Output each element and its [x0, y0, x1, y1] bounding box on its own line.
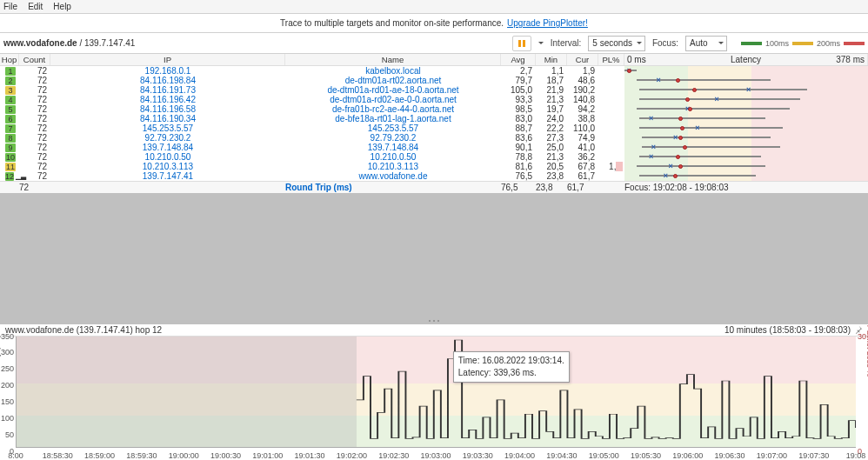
cell-name[interactable]: 139.7.148.84 — [368, 143, 418, 152]
lat-scale-max: 378 ms — [836, 55, 865, 64]
hop-badge: 5 — [5, 105, 16, 114]
cell-min: 1,1 — [536, 66, 567, 76]
col-min[interactable]: Min — [536, 54, 567, 65]
lat-bar — [639, 156, 761, 157]
splitter-handle[interactable] — [0, 317, 868, 324]
cell-latency: × — [624, 152, 868, 162]
table-row[interactable]: 117210.210.3.11310.210.3.11381,620,567,8… — [0, 162, 868, 171]
hop-badge: 8 — [5, 134, 16, 143]
table-row[interactable]: 107210.210.0.5010.210.0.5078,821,336,2× — [0, 152, 868, 162]
table-row[interactable]: 67284.116.190.34de-bfe18a-rt01-lag-1.aor… — [0, 114, 868, 123]
cell-name[interactable]: 145.253.5.57 — [368, 123, 418, 133]
table-row[interactable]: 57284.116.196.58de-fra01b-rc2-ae-44-0.ao… — [0, 104, 868, 114]
cell-min: 21,3 — [536, 152, 567, 162]
cell-name[interactable]: 10.210.3.113 — [368, 162, 418, 171]
cell-ip[interactable]: 84.116.198.84 — [140, 76, 196, 85]
menu-edit[interactable]: Edit — [28, 2, 43, 11]
col-hop[interactable]: Hop — [0, 54, 19, 65]
col-count[interactable]: Count — [19, 54, 50, 65]
cell-latency: × — [624, 133, 868, 143]
cell-pl — [598, 104, 624, 114]
col-cur[interactable]: Cur — [567, 54, 598, 65]
latency-chart[interactable]: Latency (ms) 350300250200150100500 Time:… — [0, 337, 868, 461]
hop-badge: 4 — [5, 96, 16, 104]
cell-name[interactable]: de-bfe18a-rt01-lag-1.aorta.net — [335, 114, 451, 123]
menu-file[interactable]: File — [3, 2, 17, 11]
focus-label: Focus: — [652, 38, 678, 48]
hop-badge: 6 — [5, 115, 16, 123]
cell-avg: 93,3 — [501, 95, 536, 104]
dropdown-icon[interactable] — [538, 42, 544, 47]
cell-ip[interactable]: 84.116.196.42 — [140, 95, 196, 104]
table-row[interactable]: 12▁▃72139.7.147.41www.vodafone.de76,523,… — [0, 171, 868, 181]
cell-count: 72 — [19, 85, 50, 95]
cell-count: 72 — [19, 76, 50, 85]
cell-ip[interactable]: 145.253.5.57 — [143, 123, 193, 133]
cell-ip[interactable]: 192.168.0.1 — [145, 66, 191, 76]
plot-area[interactable]: Time: 16.08.2022 19:03:14.Latency: 339,3… — [16, 337, 856, 449]
cell-name[interactable]: de-fra01b-rc2-ae-44-0.aorta.net — [332, 104, 454, 114]
upgrade-link[interactable]: Upgrade PingPlotter! — [507, 18, 588, 28]
cell-name[interactable]: 92.79.230.2 — [371, 133, 417, 143]
chart-title: www.vodafone.de (139.7.147.41) hop 12 — [5, 325, 162, 335]
table-row[interactable]: 87292.79.230.292.79.230.283,627,374,9× — [0, 133, 868, 143]
hop-grid: Hop Count IP Name Avg Min Cur PL% Latenc… — [0, 54, 868, 193]
table-row[interactable]: 47284.116.196.42de-dtm01a-rd02-ae-0-0.ao… — [0, 95, 868, 104]
cell-avg: 98,5 — [501, 104, 536, 114]
hop-badge: 10 — [5, 153, 16, 162]
col-avg[interactable]: Avg — [501, 54, 536, 65]
cell-ip[interactable]: 84.116.190.34 — [140, 114, 196, 123]
cell-ip[interactable]: 10.210.0.50 — [145, 152, 191, 162]
cell-ip[interactable]: 92.79.230.2 — [145, 133, 191, 143]
table-row[interactable]: 37284.116.191.73de-dtm01a-rd01-ae-18-0.a… — [0, 85, 868, 95]
cell-ip[interactable]: 139.7.148.84 — [143, 143, 193, 152]
col-latency[interactable]: Latency 0 ms378 ms — [624, 54, 868, 65]
pause-button[interactable] — [512, 36, 531, 51]
table-row[interactable]: 972139.7.148.84139.7.148.8490,125,041,0× — [0, 143, 868, 152]
target-toolbar: www.vodafone.de / 139.7.147.41 Interval:… — [0, 33, 868, 54]
interval-select[interactable]: 5 seconds — [588, 36, 645, 51]
col-ip[interactable]: IP — [50, 54, 285, 65]
cell-ip[interactable]: 84.116.191.73 — [140, 85, 196, 95]
cell-name[interactable]: de-dtm01a-rd02-ae-0-0.aorta.net — [330, 95, 457, 104]
focus-select[interactable]: Auto — [685, 36, 727, 51]
footer-label: Round Trip (ms) — [285, 183, 352, 192]
cell-cur: 190,2 — [567, 85, 598, 95]
lat-avg-marker — [685, 97, 690, 102]
table-row[interactable]: 27284.116.198.84de-dtm01a-rt02.aorta.net… — [0, 76, 868, 85]
cell-name[interactable]: www.vodafone.de — [359, 171, 428, 181]
lat-cur-marker: × — [695, 125, 699, 131]
cell-ip[interactable]: 10.210.3.113 — [143, 162, 193, 171]
interval-label: Interval: — [551, 38, 582, 48]
cell-latency: × — [624, 114, 868, 123]
lat-avg-marker — [676, 155, 680, 159]
col-name[interactable]: Name — [285, 54, 501, 65]
cell-pl — [598, 114, 624, 123]
cell-avg: 79,7 — [501, 76, 536, 85]
menu-help[interactable]: Help — [53, 2, 71, 11]
cell-count: 72 — [19, 133, 50, 143]
cell-pl — [598, 152, 624, 162]
lat-avg-marker — [678, 117, 683, 121]
cell-avg: 83,6 — [501, 133, 536, 143]
cell-ip[interactable]: 139.7.147.41 — [143, 171, 193, 181]
lat-scale-min: 0 ms — [627, 55, 646, 64]
legend-200ms: 200ms — [817, 39, 840, 48]
footer-min: 23,8 — [536, 183, 567, 192]
cell-name[interactable]: de-dtm01a-rt02.aorta.net — [345, 76, 442, 85]
cell-cur: 140,8 — [567, 95, 598, 104]
cell-name[interactable]: kabelbox.local — [365, 66, 420, 76]
table-row[interactable]: 172192.168.0.1kabelbox.local2,71,11,9× — [0, 66, 868, 76]
table-row[interactable]: 772145.253.5.57145.253.5.5788,722,2110,0… — [0, 123, 868, 133]
cell-count: 72 — [19, 171, 50, 181]
cell-name[interactable]: 10.210.0.50 — [371, 152, 417, 162]
cell-avg: 88,7 — [501, 123, 536, 133]
lat-cur-marker: × — [746, 87, 751, 93]
hop-badge: 1 — [5, 67, 16, 76]
cell-ip[interactable]: 84.116.196.58 — [140, 104, 196, 114]
footer-cur: 61,7 — [567, 183, 598, 192]
cell-name[interactable]: de-dtm01a-rd01-ae-18-0.aorta.net — [327, 85, 458, 95]
footer-count: 72 — [19, 183, 50, 192]
col-pl[interactable]: PL% — [598, 54, 624, 65]
cell-pl — [598, 133, 624, 143]
